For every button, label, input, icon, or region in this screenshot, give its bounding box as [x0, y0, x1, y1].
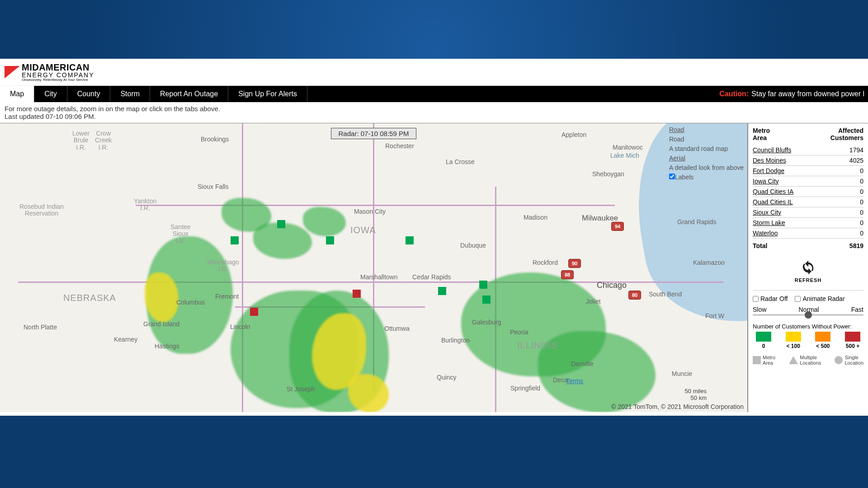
mode-labels[interactable]: Labels — [669, 173, 744, 182]
table-row: Quad Cities IA0 — [753, 187, 863, 197]
nav-signup-alerts[interactable]: Sign Up For Alerts — [228, 86, 307, 102]
marker-quad-il[interactable] — [482, 296, 491, 304]
table-row: Fort Dodge0 — [753, 166, 863, 176]
city-la-crosse: La Crosse — [446, 158, 475, 165]
refresh-button[interactable]: REFRESH — [753, 260, 863, 283]
animate-radar-checkbox[interactable]: Animate Radar — [795, 295, 844, 302]
nav-city[interactable]: City — [34, 86, 67, 102]
mode-road-desc: A standard road map — [669, 144, 744, 154]
outage-table: Metro Area Affected Customers Council Bl… — [753, 126, 863, 251]
city-ottumwa: Ottumwa — [384, 325, 410, 332]
marker-waterloo[interactable] — [406, 236, 414, 244]
shield-i88: 88 — [561, 270, 574, 279]
city-joliet: Joliet — [586, 298, 601, 305]
info-line2: Last updated 07-10 09:06 PM. — [5, 113, 863, 120]
map-attribution: © 2021 TomTom, © 2021 Microsoft Corporat… — [611, 403, 744, 410]
legend-orange — [815, 332, 830, 342]
outage-map[interactable]: IOWA NEBRASKA ILLINOIS Lower Brule I.R. … — [0, 123, 748, 412]
labels-checkbox[interactable] — [669, 174, 675, 179]
legend-red — [845, 332, 860, 342]
marker-sioux-city[interactable] — [231, 236, 239, 244]
speed-slider[interactable] — [753, 314, 863, 316]
refresh-label: REFRESH — [753, 277, 863, 283]
city-dubuque: Dubuque — [460, 242, 486, 249]
mode-aerial-desc: A detailed look from above — [669, 163, 744, 173]
legend-yellow — [786, 332, 801, 342]
table-row: Des Moines4025 — [753, 155, 863, 166]
road — [136, 205, 615, 206]
mode-road-title[interactable]: Road — [669, 125, 744, 135]
state-nebraska: NEBRASKA — [63, 293, 116, 303]
city-rockford: Rockford — [533, 259, 558, 266]
nav-warning-ticker: Caution: Stay far away from downed power… — [719, 86, 868, 102]
marker-storm-lake[interactable] — [277, 220, 285, 228]
radar-off-checkbox[interactable]: Radar Off — [753, 295, 788, 302]
speed-fast: Fast — [851, 306, 863, 313]
city-peoria: Peoria — [510, 328, 528, 336]
shield-i80: 80 — [628, 291, 641, 300]
legend-title: Number of Customers Without Power: — [753, 323, 863, 330]
caution-message: Stay far away from downed power l — [751, 90, 864, 98]
city-north-platte: North Platte — [24, 324, 57, 331]
city-chicago: Chicago — [597, 281, 627, 290]
table-row: Quad Cities IL0 — [753, 197, 863, 207]
city-marshalltown: Marshalltown — [360, 273, 397, 281]
city-decatur: Deca — [553, 376, 568, 384]
main-area: IOWA NEBRASKA ILLINOIS Lower Brule I.R. … — [0, 123, 868, 412]
logo-icon — [5, 66, 20, 79]
col-metro: Metro Area — [753, 126, 814, 145]
marker-council-bluffs[interactable] — [250, 308, 258, 316]
legend-colors: 0 < 100 < 500 500 + — [753, 332, 863, 349]
table-row: Sioux City0 — [753, 207, 863, 218]
outage-app: MIDAMERICAN ENERGY COMPANY Obsessively, … — [0, 59, 868, 416]
city-appleton: Appleton — [561, 131, 586, 138]
res-santee: Santee Sioux I.R. — [170, 224, 190, 244]
logo-line1: MIDAMERICAN — [22, 63, 94, 72]
state-illinois: ILLINOIS — [517, 340, 558, 351]
city-madison: Madison — [524, 214, 547, 221]
scale-miles: 50 miles — [685, 388, 707, 394]
nav-report-outage[interactable]: Report An Outage — [150, 86, 228, 102]
company-logo[interactable]: MIDAMERICAN ENERGY COMPANY Obsessively, … — [5, 63, 94, 82]
shield-i94: 94 — [611, 222, 624, 231]
shape-metro: Metro Area — [753, 355, 775, 366]
table-row: Council Bluffs1794 — [753, 145, 863, 155]
city-kalamazoo: Kalamazoo — [693, 259, 725, 266]
city-grand-rapids: Grand Rapids — [677, 218, 716, 225]
sidebar: Metro Area Affected Customers Council Bl… — [748, 123, 868, 412]
table-row: Waterloo0 — [753, 228, 863, 239]
city-milwaukee: Milwaukee — [582, 214, 618, 223]
nav-storm[interactable]: Storm — [110, 86, 150, 102]
refresh-icon — [801, 260, 816, 275]
city-danville: Danville — [571, 360, 594, 367]
radar-timestamp: Radar: 07-10 08:59 PM — [331, 128, 417, 139]
shape-legend: Metro Area Multiple Locations Single Loc… — [753, 355, 863, 366]
legend-green — [756, 332, 771, 342]
city-lincoln: Lincoln — [230, 323, 250, 330]
city-cedar-rapids: Cedar Rapids — [412, 273, 451, 281]
logo-tagline: Obsessively, Relentlessly At Your Servic… — [22, 78, 94, 82]
res-crow-creek: Crow Creek I.R. — [95, 130, 112, 151]
mode-road-sub: Road — [669, 135, 744, 144]
mode-aerial-title[interactable]: Aerial — [669, 154, 744, 163]
marker-fort-dodge[interactable] — [326, 236, 334, 244]
table-row: Iowa City0 — [753, 176, 863, 187]
header: MIDAMERICAN ENERGY COMPANY Obsessively, … — [0, 59, 868, 86]
terms-link[interactable]: Terms — [566, 377, 583, 385]
nav-bar: Map City County Storm Report An Outage S… — [0, 86, 868, 102]
map-mode-panel: Road Road Road A standard road map Aeria… — [669, 125, 744, 182]
marker-des-moines[interactable] — [353, 290, 361, 298]
logo-text: MIDAMERICAN ENERGY COMPANY Obsessively, … — [22, 63, 94, 82]
caution-label: Caution: — [719, 90, 749, 98]
marker-iowa-city[interactable] — [438, 287, 446, 295]
city-muncie: Muncie — [672, 370, 692, 377]
marker-quad-ia[interactable] — [479, 281, 487, 289]
city-sheboygan: Sheboygan — [592, 170, 624, 178]
nav-county[interactable]: County — [67, 86, 111, 102]
state-iowa: IOWA — [350, 225, 376, 235]
res-winnebago: Winnebago I.R. — [207, 259, 239, 273]
nav-map[interactable]: Map — [0, 86, 34, 102]
city-grand-island: Grand Island — [143, 320, 179, 328]
speed-slow: Slow — [753, 306, 766, 313]
divider — [753, 290, 863, 291]
